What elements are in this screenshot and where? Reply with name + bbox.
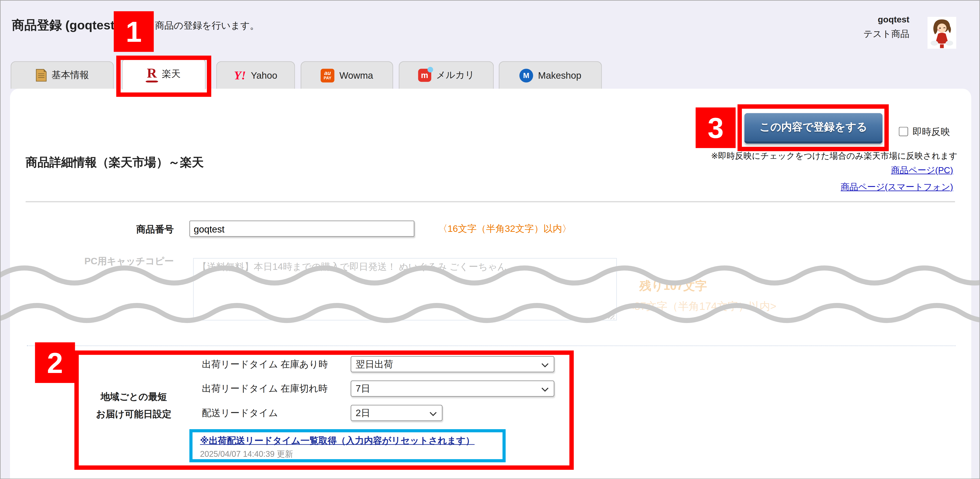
select-value: 翌日出荷 [356, 358, 393, 370]
section-divider [25, 201, 955, 203]
dotted-separator [27, 346, 956, 346]
user-id: goqtest [864, 13, 910, 27]
product-page-smartphone-link[interactable]: 商品ページ(スマートフォン) [841, 182, 953, 193]
tab-mercari[interactable]: m メルカリ [399, 61, 494, 89]
instant-reflect-label[interactable]: 即時反映 [912, 126, 950, 138]
select-value: 7日 [356, 382, 370, 394]
catch-copy-label: PC用キャッチコピー [76, 255, 174, 267]
tab-label: Yahoo [251, 70, 277, 81]
delivery-group-label-line2: お届け可能日設定 [82, 405, 186, 423]
register-button[interactable]: この内容で登録をする [744, 113, 882, 144]
tab-label: 楽天 [162, 68, 181, 80]
chevron-down-icon [541, 387, 549, 392]
section-heading: 商品詳細情報（楽天市場）～楽天 [25, 154, 204, 170]
tab-label: Makeshop [538, 70, 582, 81]
chevron-down-icon [541, 363, 549, 367]
aupay-icon: auPAY [321, 68, 334, 82]
tab-label: メルカリ [436, 69, 474, 81]
catch-copy-limit-hint: <87文字（半角174文字）以内> [628, 299, 776, 314]
avatar [928, 17, 956, 49]
instant-reflect-note: ※即時反映にチェックをつけた場合のみ楽天市場に反映されます [711, 151, 957, 162]
shipping-leadtime-outofstock-label: 出荷リードタイム 在庫切れ時 [202, 383, 328, 395]
annotation-badge-1: 1 [114, 11, 154, 52]
delivery-leadtime-label: 配送リードタイム [202, 408, 278, 419]
makeshop-icon: M [519, 68, 533, 82]
item-number-hint: 〈16文字（半角32文字）以内〉 [438, 223, 571, 235]
select-value: 2日 [356, 407, 370, 419]
delivery-group-label-line1: 地域ごとの最短 [82, 388, 186, 405]
leadtime-fetch-link[interactable]: ※出荷配送リードタイム一覧取得（入力内容がリセットされます） [200, 435, 474, 447]
user-product-name: テスト商品 [864, 27, 910, 41]
tab-wowma[interactable]: auPAY Wowma [301, 61, 393, 89]
shipping-leadtime-instock-label: 出荷リードタイム 在庫あり時 [202, 358, 328, 370]
user-block: goqtest テスト商品 [864, 13, 910, 41]
textarea-resize-handle[interactable] [608, 313, 614, 319]
chevron-down-icon [430, 412, 437, 416]
tab-rakuten[interactable]: R 楽天 [122, 58, 206, 89]
instant-reflect-checkbox[interactable] [899, 127, 908, 136]
shipping-leadtime-instock-select[interactable]: 翌日出荷 [351, 356, 554, 372]
delivery-leadtime-select[interactable]: 2日 [351, 405, 442, 421]
shipping-leadtime-outofstock-select[interactable]: 7日 [351, 381, 554, 397]
rakuten-icon: R [147, 66, 157, 82]
screenshot-frame: 商品登録 (goqtest) 商品の登録を行います。 goqtest テスト商品 [0, 0, 980, 479]
catch-copy-remaining-count: 残り107文字 [640, 278, 707, 294]
tab-yahoo[interactable]: Y! Yahoo [216, 61, 295, 89]
tab-label: Wowma [339, 70, 373, 81]
delivery-group-label: 地域ごとの最短 お届け可能日設定 [82, 388, 186, 423]
tab-makeshop[interactable]: M Makeshop [499, 61, 602, 89]
annotation-badge-3: 3 [695, 107, 736, 148]
product-page-pc-link[interactable]: 商品ページ(PC) [891, 165, 953, 176]
leadtime-updated-timestamp: 2025/04/07 14:40:39 更新 [200, 449, 502, 460]
tab-label: 基本情報 [52, 69, 89, 81]
annotation-box-cyan: ※出荷配送リードタイム一覧取得（入力内容がリセットされます） 2025/04/0… [189, 429, 506, 462]
document-icon [35, 69, 47, 82]
page-title: 商品登録 (goqtest) [12, 17, 119, 34]
item-number-label: 商品番号 [76, 224, 174, 235]
mercari-icon: m [418, 69, 431, 82]
yahoo-icon: Y! [234, 69, 246, 81]
page-subtitle: 商品の登録を行います。 [155, 20, 259, 32]
catch-copy-textarea[interactable]: 【送料無料】本日14時までの購入で即日発送！ ぬいぐるみ ごくーちゃん [193, 258, 617, 320]
item-number-input[interactable] [189, 220, 415, 237]
tab-basic-info[interactable]: 基本情報 [11, 61, 114, 89]
annotation-badge-2: 2 [35, 342, 75, 383]
